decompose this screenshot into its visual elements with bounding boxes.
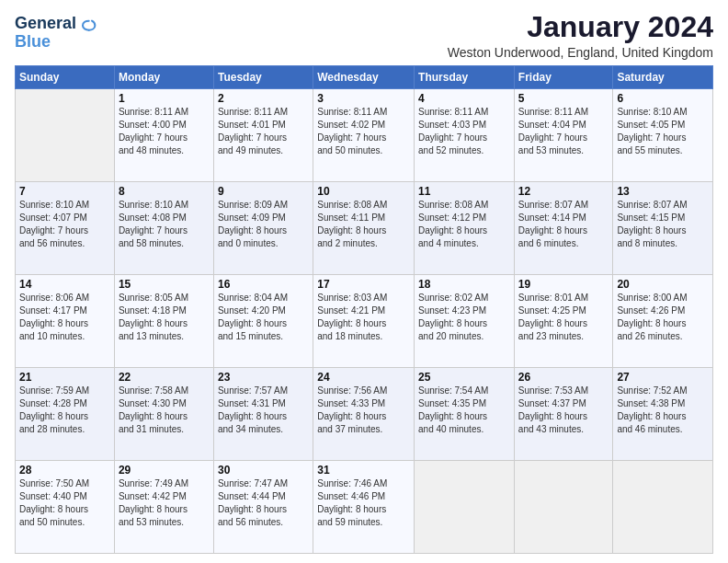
day-number: 20 xyxy=(617,278,709,291)
day-number: 1 xyxy=(119,92,210,105)
day-info: Sunrise: 7:49 AM Sunset: 4:42 PM Dayligh… xyxy=(119,477,210,529)
col-thursday: Thursday xyxy=(415,66,515,89)
day-info: Sunrise: 8:07 AM Sunset: 4:14 PM Dayligh… xyxy=(518,199,609,250)
day-info: Sunrise: 8:11 AM Sunset: 4:02 PM Dayligh… xyxy=(317,106,410,157)
day-cell: 13Sunrise: 8:07 AM Sunset: 4:15 PM Dayli… xyxy=(613,182,713,275)
day-info: Sunrise: 8:04 AM Sunset: 4:20 PM Dayligh… xyxy=(218,292,309,343)
logo-text: General xyxy=(15,15,76,33)
day-info: Sunrise: 8:09 AM Sunset: 4:09 PM Dayligh… xyxy=(218,199,309,250)
day-number: 14 xyxy=(19,278,110,291)
day-cell: 30Sunrise: 7:47 AM Sunset: 4:44 PM Dayli… xyxy=(213,461,313,554)
day-number: 21 xyxy=(19,371,110,384)
day-number: 23 xyxy=(218,371,309,384)
day-number: 3 xyxy=(317,92,410,105)
day-info: Sunrise: 8:01 AM Sunset: 4:25 PM Dayligh… xyxy=(518,292,609,343)
day-cell: 18Sunrise: 8:02 AM Sunset: 4:23 PM Dayli… xyxy=(415,275,515,368)
day-number: 12 xyxy=(518,185,609,198)
day-cell: 5Sunrise: 8:11 AM Sunset: 4:04 PM Daylig… xyxy=(514,89,613,182)
day-info: Sunrise: 8:05 AM Sunset: 4:18 PM Dayligh… xyxy=(119,292,210,343)
month-title: January 2024 xyxy=(448,11,713,43)
day-number: 5 xyxy=(518,92,609,105)
day-info: Sunrise: 8:11 AM Sunset: 4:00 PM Dayligh… xyxy=(119,106,210,157)
week-row-0: 1Sunrise: 8:11 AM Sunset: 4:00 PM Daylig… xyxy=(16,89,713,182)
col-friday: Friday xyxy=(514,66,613,89)
day-number: 9 xyxy=(218,185,309,198)
day-cell: 4Sunrise: 8:11 AM Sunset: 4:03 PM Daylig… xyxy=(415,89,515,182)
day-info: Sunrise: 8:00 AM Sunset: 4:26 PM Dayligh… xyxy=(617,292,709,343)
day-number: 31 xyxy=(317,464,410,477)
day-number: 13 xyxy=(617,185,709,198)
day-number: 11 xyxy=(418,185,510,198)
col-sunday: Sunday xyxy=(16,66,115,89)
day-cell: 8Sunrise: 8:10 AM Sunset: 4:08 PM Daylig… xyxy=(114,182,213,275)
day-cell: 12Sunrise: 8:07 AM Sunset: 4:14 PM Dayli… xyxy=(514,182,613,275)
day-cell: 31Sunrise: 7:46 AM Sunset: 4:46 PM Dayli… xyxy=(313,461,415,554)
day-info: Sunrise: 8:10 AM Sunset: 4:07 PM Dayligh… xyxy=(19,199,110,250)
day-info: Sunrise: 8:07 AM Sunset: 4:15 PM Dayligh… xyxy=(617,199,709,250)
day-number: 7 xyxy=(19,185,110,198)
day-cell: 10Sunrise: 8:08 AM Sunset: 4:11 PM Dayli… xyxy=(313,182,415,275)
day-number: 16 xyxy=(218,278,309,291)
day-info: Sunrise: 7:59 AM Sunset: 4:28 PM Dayligh… xyxy=(19,385,110,436)
day-number: 6 xyxy=(617,92,709,105)
day-number: 2 xyxy=(218,92,309,105)
day-cell: 27Sunrise: 7:52 AM Sunset: 4:38 PM Dayli… xyxy=(613,368,713,461)
logo-icon xyxy=(78,15,97,33)
day-number: 27 xyxy=(617,371,709,384)
day-info: Sunrise: 7:54 AM Sunset: 4:35 PM Dayligh… xyxy=(418,385,510,436)
day-number: 8 xyxy=(119,185,210,198)
day-cell: 2Sunrise: 8:11 AM Sunset: 4:01 PM Daylig… xyxy=(213,89,313,182)
day-number: 4 xyxy=(418,92,510,105)
day-cell: 15Sunrise: 8:05 AM Sunset: 4:18 PM Dayli… xyxy=(114,275,213,368)
day-cell: 1Sunrise: 8:11 AM Sunset: 4:00 PM Daylig… xyxy=(114,89,213,182)
day-info: Sunrise: 7:58 AM Sunset: 4:30 PM Dayligh… xyxy=(119,385,210,436)
day-cell: 6Sunrise: 8:10 AM Sunset: 4:05 PM Daylig… xyxy=(613,89,713,182)
day-cell: 3Sunrise: 8:11 AM Sunset: 4:02 PM Daylig… xyxy=(313,89,415,182)
title-block: January 2024 Weston Underwood, England, … xyxy=(448,11,713,60)
logo-blue: Blue xyxy=(15,32,51,51)
day-cell: 23Sunrise: 7:57 AM Sunset: 4:31 PM Dayli… xyxy=(213,368,313,461)
day-cell: 26Sunrise: 7:53 AM Sunset: 4:37 PM Dayli… xyxy=(514,368,613,461)
day-info: Sunrise: 7:52 AM Sunset: 4:38 PM Dayligh… xyxy=(617,385,709,436)
day-info: Sunrise: 8:03 AM Sunset: 4:21 PM Dayligh… xyxy=(317,292,410,343)
day-cell: 17Sunrise: 8:03 AM Sunset: 4:21 PM Dayli… xyxy=(313,275,415,368)
day-number: 29 xyxy=(119,464,210,477)
day-cell: 22Sunrise: 7:58 AM Sunset: 4:30 PM Dayli… xyxy=(114,368,213,461)
col-monday: Monday xyxy=(114,66,213,89)
calendar: Sunday Monday Tuesday Wednesday Thursday… xyxy=(15,65,713,554)
day-number: 30 xyxy=(218,464,309,477)
day-cell: 7Sunrise: 8:10 AM Sunset: 4:07 PM Daylig… xyxy=(16,182,115,275)
day-cell: 24Sunrise: 7:56 AM Sunset: 4:33 PM Dayli… xyxy=(313,368,415,461)
day-number: 19 xyxy=(518,278,609,291)
day-info: Sunrise: 7:53 AM Sunset: 4:37 PM Dayligh… xyxy=(518,385,609,436)
day-cell: 11Sunrise: 8:08 AM Sunset: 4:12 PM Dayli… xyxy=(415,182,515,275)
day-number: 15 xyxy=(119,278,210,291)
day-cell: 16Sunrise: 8:04 AM Sunset: 4:20 PM Dayli… xyxy=(213,275,313,368)
day-info: Sunrise: 8:11 AM Sunset: 4:04 PM Dayligh… xyxy=(518,106,609,157)
header-row: Sunday Monday Tuesday Wednesday Thursday… xyxy=(16,66,713,89)
day-info: Sunrise: 8:10 AM Sunset: 4:08 PM Dayligh… xyxy=(119,199,210,250)
day-cell: 19Sunrise: 8:01 AM Sunset: 4:25 PM Dayli… xyxy=(514,275,613,368)
day-cell: 29Sunrise: 7:49 AM Sunset: 4:42 PM Dayli… xyxy=(114,461,213,554)
day-info: Sunrise: 7:57 AM Sunset: 4:31 PM Dayligh… xyxy=(218,385,309,436)
day-info: Sunrise: 8:10 AM Sunset: 4:05 PM Dayligh… xyxy=(617,106,709,157)
day-number: 22 xyxy=(119,371,210,384)
day-number: 26 xyxy=(518,371,609,384)
day-info: Sunrise: 8:02 AM Sunset: 4:23 PM Dayligh… xyxy=(418,292,510,343)
logo: General Blue xyxy=(15,15,97,52)
day-number: 17 xyxy=(317,278,410,291)
day-cell xyxy=(613,461,713,554)
day-info: Sunrise: 7:56 AM Sunset: 4:33 PM Dayligh… xyxy=(317,385,410,436)
day-cell: 28Sunrise: 7:50 AM Sunset: 4:40 PM Dayli… xyxy=(16,461,115,554)
location: Weston Underwood, England, United Kingdo… xyxy=(448,45,713,60)
day-info: Sunrise: 8:11 AM Sunset: 4:03 PM Dayligh… xyxy=(418,106,510,157)
day-number: 25 xyxy=(418,371,510,384)
week-row-4: 28Sunrise: 7:50 AM Sunset: 4:40 PM Dayli… xyxy=(16,461,713,554)
col-wednesday: Wednesday xyxy=(313,66,415,89)
day-info: Sunrise: 8:08 AM Sunset: 4:11 PM Dayligh… xyxy=(317,199,410,250)
week-row-1: 7Sunrise: 8:10 AM Sunset: 4:07 PM Daylig… xyxy=(16,182,713,275)
day-info: Sunrise: 8:08 AM Sunset: 4:12 PM Dayligh… xyxy=(418,199,510,250)
day-number: 18 xyxy=(418,278,510,291)
day-cell: 20Sunrise: 8:00 AM Sunset: 4:26 PM Dayli… xyxy=(613,275,713,368)
header: General Blue January 2024 Weston Underwo… xyxy=(15,11,713,60)
